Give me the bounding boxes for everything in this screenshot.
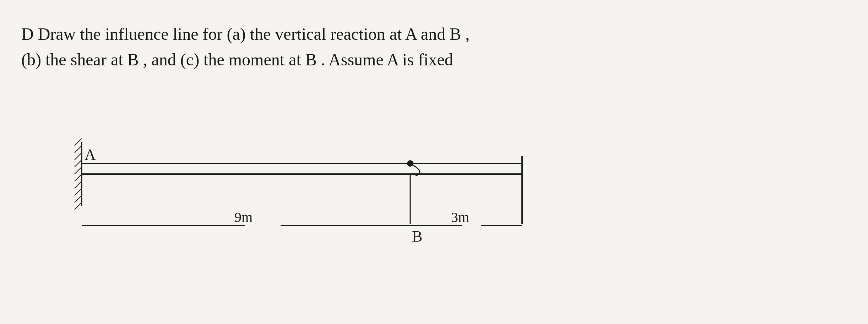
svg-line-3 <box>75 153 82 160</box>
svg-line-9 <box>75 195 82 202</box>
line1: D Draw the influence line for (a) the ve… <box>21 21 847 47</box>
problem-text: D Draw the influence line for (a) the ve… <box>21 21 847 72</box>
beam-diagram: A B 9m <box>71 121 533 256</box>
svg-line-6 <box>75 174 82 181</box>
line2: (b) the shear at B , and (c) the moment … <box>21 47 847 72</box>
dim-9m: 9m <box>234 209 253 225</box>
label-b: B <box>412 228 422 245</box>
svg-line-1 <box>75 139 82 146</box>
svg-line-7 <box>75 181 82 188</box>
label-a: A <box>85 146 96 163</box>
svg-line-4 <box>75 160 82 167</box>
diagram: A B 9m <box>71 121 497 249</box>
svg-line-8 <box>75 188 82 195</box>
svg-line-5 <box>75 167 82 174</box>
svg-line-10 <box>75 202 82 210</box>
page: D Draw the influence line for (a) the ve… <box>0 0 868 324</box>
svg-line-2 <box>75 146 82 153</box>
dim-3m: 3m <box>451 209 469 225</box>
